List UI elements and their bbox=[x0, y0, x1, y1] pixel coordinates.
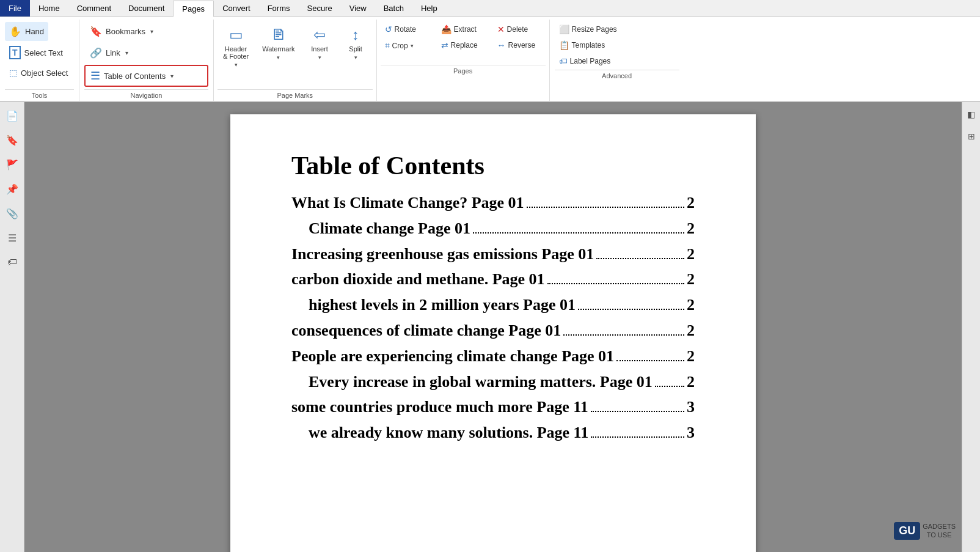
header-footer-label: Header& Footer bbox=[223, 45, 249, 60]
toc-entry-page: 3 bbox=[687, 397, 695, 418]
toc-entry-dots bbox=[591, 436, 684, 438]
sidebar-layers-icon[interactable]: ☰ bbox=[4, 229, 21, 246]
navigation-group-label: Navigation bbox=[84, 89, 208, 101]
bookmarks-button[interactable]: 🔖 Bookmarks ▾ bbox=[84, 22, 208, 41]
toc-entry-dots bbox=[591, 411, 684, 412]
bookmarks-icon: 🔖 bbox=[90, 26, 102, 37]
menu-convert[interactable]: Convert bbox=[214, 0, 259, 17]
resize-pages-icon: ⬜ bbox=[559, 24, 569, 34]
tools-group: ✋ Hand T Select Text ⬚ Object Select Too… bbox=[0, 20, 79, 101]
link-icon: 🔗 bbox=[90, 47, 102, 59]
rotate-icon: ↺ bbox=[385, 24, 392, 34]
header-footer-icon: ▭ bbox=[229, 26, 243, 43]
watermark-label: Watermark bbox=[262, 45, 294, 53]
toc-entry-text: consequences of climate change Page 01 bbox=[291, 320, 561, 341]
toc-chevron: ▾ bbox=[170, 73, 174, 79]
toc-entry-text: highest levels in 2 million years Page 0… bbox=[309, 295, 576, 315]
watermark-button[interactable]: 🖹 Watermark ▾ bbox=[257, 22, 300, 65]
toc-entry-dots bbox=[473, 232, 684, 234]
toc-entry-text: Climate change Page 01 bbox=[309, 218, 470, 239]
toc-entry: carbon dioxide and methane. Page 012 bbox=[291, 269, 695, 290]
templates-label: Templates bbox=[572, 41, 605, 50]
toc-entry-dots bbox=[596, 258, 684, 259]
toc-entry: Increasing greenhouse gas emissions Page… bbox=[291, 244, 695, 265]
insert-button[interactable]: ⇦ Insert ▾ bbox=[303, 22, 337, 65]
menu-view[interactable]: View bbox=[341, 0, 375, 17]
reverse-label: Reverse bbox=[508, 41, 536, 50]
document-area[interactable]: Table of Contents What Is Climate Change… bbox=[24, 102, 962, 552]
select-text-label: Select Text bbox=[24, 48, 63, 57]
toc-entry-text: we already know many solutions. Page 11 bbox=[309, 422, 588, 443]
menu-document[interactable]: Document bbox=[120, 0, 173, 17]
crop-button[interactable]: ⌗ Crop ▾ bbox=[381, 38, 436, 53]
templates-button[interactable]: 📋 Templates bbox=[555, 38, 679, 53]
split-button[interactable]: ↕ Split ▾ bbox=[339, 22, 373, 65]
rotate-button[interactable]: ↺ Rotate bbox=[381, 22, 436, 37]
sidebar-pin-icon[interactable]: 📌 bbox=[4, 180, 21, 197]
menu-help[interactable]: Help bbox=[412, 0, 446, 17]
delete-label: Delete bbox=[507, 25, 528, 34]
select-text-icon: T bbox=[9, 46, 21, 59]
sidebar-flag-icon[interactable]: 🚩 bbox=[4, 156, 21, 173]
toc-entry: consequences of climate change Page 012 bbox=[291, 320, 695, 341]
label-pages-button[interactable]: 🏷 Label Pages bbox=[555, 54, 679, 68]
hand-tool-button[interactable]: ✋ Hand bbox=[5, 22, 48, 41]
header-footer-button[interactable]: ▭ Header& Footer ▾ bbox=[218, 22, 254, 72]
menu-home[interactable]: Home bbox=[30, 0, 68, 17]
toc-entry: we already know many solutions. Page 113 bbox=[291, 422, 695, 443]
object-select-button[interactable]: ⬚ Object Select bbox=[5, 64, 72, 81]
sidebar-bookmark-icon[interactable]: 🔖 bbox=[4, 131, 21, 149]
sidebar-page-view-icon[interactable]: 📄 bbox=[4, 107, 21, 124]
label-pages-icon: 🏷 bbox=[559, 56, 568, 66]
menu-batch[interactable]: Batch bbox=[375, 0, 412, 17]
toc-entry-dots bbox=[547, 283, 684, 284]
logo-text: GADGETSTO USE bbox=[923, 523, 956, 539]
link-button[interactable]: 🔗 Link ▾ bbox=[84, 43, 208, 62]
sidebar-tag-icon[interactable]: 🏷 bbox=[4, 254, 21, 271]
main-area: 📄 🔖 🚩 📌 📎 ☰ 🏷 Table of Contents What Is … bbox=[0, 102, 980, 552]
reverse-button[interactable]: ↔ Reverse bbox=[493, 38, 548, 53]
menu-forms[interactable]: Forms bbox=[259, 0, 299, 17]
toc-entry-page: 2 bbox=[687, 320, 695, 341]
right-panel-icon-1[interactable]: ◧ bbox=[964, 107, 979, 122]
toc-entry-text: some countries produce much more Page 11 bbox=[291, 397, 588, 418]
toc-entry-page: 2 bbox=[687, 346, 695, 367]
toc-entry: Every increase in global warming matters… bbox=[291, 372, 695, 392]
toc-entry-dots bbox=[527, 207, 684, 208]
toc-entries-container: What Is Climate Change? Page 012Climate … bbox=[291, 193, 695, 443]
hand-icon: ✋ bbox=[9, 26, 21, 37]
extract-button[interactable]: 📤 Extract bbox=[437, 22, 492, 37]
select-text-button[interactable]: T Select Text bbox=[5, 42, 67, 63]
toc-entry-dots bbox=[563, 334, 684, 336]
right-sidebar: ◧ ⊞ bbox=[962, 102, 980, 552]
bookmarks-label: Bookmarks bbox=[106, 27, 145, 36]
menu-secure[interactable]: Secure bbox=[299, 0, 341, 17]
right-panel-icon-2[interactable]: ⊞ bbox=[964, 129, 979, 144]
document-page: Table of Contents What Is Climate Change… bbox=[230, 114, 756, 552]
bookmarks-chevron: ▾ bbox=[150, 28, 153, 35]
replace-label: Replace bbox=[451, 41, 478, 50]
hand-label: Hand bbox=[25, 27, 44, 36]
toc-entry-page: 2 bbox=[687, 295, 695, 315]
watermark-logo: GU GADGETSTO USE bbox=[894, 522, 956, 540]
sidebar-attachment-icon[interactable]: 📎 bbox=[4, 205, 21, 222]
table-of-contents-button[interactable]: ☰ Table of Contents ▾ bbox=[84, 65, 208, 87]
replace-icon: ⇄ bbox=[441, 40, 448, 50]
menu-pages[interactable]: Pages bbox=[173, 1, 214, 17]
replace-button[interactable]: ⇄ Replace bbox=[437, 38, 492, 53]
menu-comment[interactable]: Comment bbox=[68, 0, 120, 17]
insert-icon: ⇦ bbox=[313, 26, 326, 43]
menu-file[interactable]: File bbox=[0, 0, 30, 17]
toc-entry: highest levels in 2 million years Page 0… bbox=[291, 295, 695, 315]
toc-entry-page: 2 bbox=[687, 193, 695, 213]
resize-pages-button[interactable]: ⬜ Resize Pages bbox=[555, 22, 679, 37]
delete-button[interactable]: ✕ Delete bbox=[493, 22, 548, 37]
toc-entry-text: Every increase in global warming matters… bbox=[309, 372, 653, 392]
ribbon: ✋ Hand T Select Text ⬚ Object Select Too… bbox=[0, 17, 980, 102]
toc-entry: some countries produce much more Page 11… bbox=[291, 397, 695, 418]
toc-entry: People are experiencing climate change P… bbox=[291, 346, 695, 367]
watermark-chevron: ▾ bbox=[277, 54, 280, 61]
toc-heading: Table of Contents bbox=[291, 151, 695, 180]
toc-entry-page: 2 bbox=[687, 372, 695, 392]
toc-entry-dots bbox=[578, 309, 684, 310]
